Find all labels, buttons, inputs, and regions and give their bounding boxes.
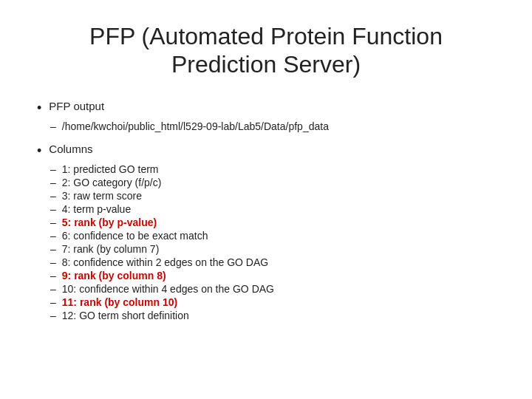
dash-icon: –: [50, 216, 56, 228]
sub-list-0: –/home/kwchoi/public_html/l529-09-lab/La…: [50, 120, 495, 132]
list-item: –4: term p-value: [50, 203, 495, 215]
list-item-text: /home/kwchoi/public_html/l529-09-lab/Lab…: [62, 120, 329, 132]
bullet-row-1: •Columns: [37, 143, 495, 159]
list-item-text: 10: confidence within 4 edges on the GO …: [62, 283, 274, 295]
list-item-text: 9: rank (by column 8): [62, 270, 166, 282]
list-item: –1: predicted GO term: [50, 163, 495, 175]
list-item-text: 4: term p-value: [62, 203, 131, 215]
dash-icon: –: [50, 177, 56, 188]
list-item-text: 6: confidence to be exact match: [62, 230, 208, 242]
list-item-text: 3: raw term score: [62, 190, 142, 202]
section-label: Columns: [49, 143, 92, 155]
dash-icon: –: [50, 270, 56, 282]
list-item-text: 1: predicted GO term: [62, 163, 159, 175]
list-item: –7: rank (by column 7): [50, 243, 495, 255]
list-item: –9: rank (by column 8): [50, 270, 495, 282]
list-item: –2: GO category (f/p/c): [50, 177, 495, 188]
section-1: •Columns–1: predicted GO term–2: GO cate…: [37, 143, 495, 321]
page: PFP (Automated Protein Function Predicti…: [0, 0, 532, 399]
list-item: –8: confidence within 2 edges on the GO …: [50, 256, 495, 268]
list-item-text: 7: rank (by column 7): [62, 243, 160, 255]
dash-icon: –: [50, 190, 56, 202]
list-item: –12: GO term short definition: [50, 310, 495, 321]
list-item-text: 11: rank (by column 10): [62, 296, 177, 308]
dash-icon: –: [50, 203, 56, 215]
dash-icon: –: [50, 310, 56, 321]
dash-icon: –: [50, 230, 56, 242]
list-item-text: 8: confidence within 2 edges on the GO D…: [62, 256, 268, 268]
section-0: •PFP output–/home/kwchoi/public_html/l52…: [37, 100, 495, 132]
bullet-icon: •: [37, 143, 41, 159]
list-item: –6: confidence to be exact match: [50, 230, 495, 242]
list-item-text: 12: GO term short definition: [62, 310, 189, 321]
bullet-row-0: •PFP output: [37, 100, 495, 116]
section-label: PFP output: [49, 100, 104, 112]
dash-icon: –: [50, 243, 56, 255]
dash-icon: –: [50, 283, 56, 295]
dash-icon: –: [50, 296, 56, 308]
dash-icon: –: [50, 120, 56, 132]
list-item: –/home/kwchoi/public_html/l529-09-lab/La…: [50, 120, 495, 132]
list-item: –10: confidence within 4 edges on the GO…: [50, 283, 495, 295]
sub-list-1: –1: predicted GO term–2: GO category (f/…: [50, 163, 495, 321]
dash-icon: –: [50, 256, 56, 268]
list-item-text: 5: rank (by p-value): [62, 216, 157, 228]
bullet-icon: •: [37, 100, 41, 116]
page-title: PFP (Automated Protein Function Predicti…: [37, 22, 495, 79]
list-item-text: 2: GO category (f/p/c): [62, 177, 162, 188]
list-item: –5: rank (by p-value): [50, 216, 495, 228]
list-item: –11: rank (by column 10): [50, 296, 495, 308]
dash-icon: –: [50, 163, 56, 175]
list-item: –3: raw term score: [50, 190, 495, 202]
